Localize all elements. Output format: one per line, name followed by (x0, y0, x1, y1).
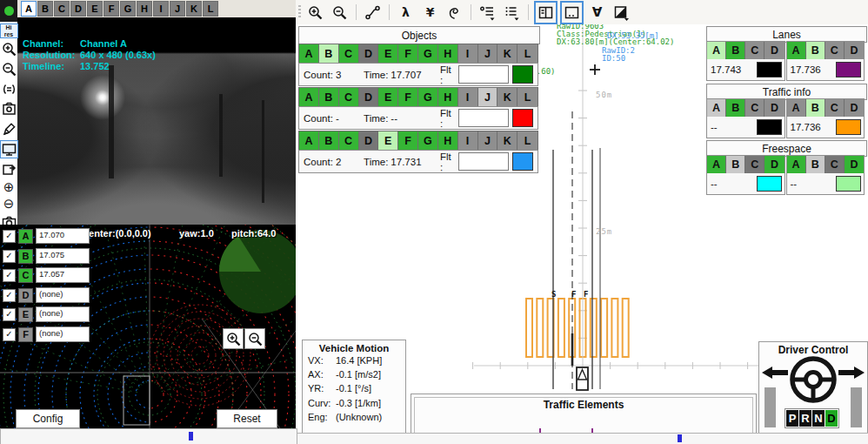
object-color-swatch[interactable] (512, 109, 533, 127)
display-panel-icon[interactable] (0, 140, 18, 158)
config-button[interactable]: Config (16, 409, 80, 428)
freespace-cell-D[interactable]: D (765, 156, 784, 173)
objects-channel-cell-G[interactable]: G (418, 44, 438, 63)
traffic-info-color-swatch[interactable] (836, 119, 861, 135)
lanes-color-swatch[interactable] (836, 62, 861, 77)
freespace-cell-C[interactable]: C (745, 156, 765, 173)
lanes-color-swatch[interactable] (757, 62, 782, 77)
lanes-cell-D[interactable]: D (845, 42, 864, 59)
lidar-timeline-scrollbar[interactable] (0, 428, 297, 444)
traffic-info-cell-C[interactable]: C (825, 99, 845, 117)
objects-channel-cell-C[interactable]: C (339, 88, 359, 106)
camera-tab-K[interactable]: K (186, 1, 202, 17)
freespace-cell-A[interactable]: A (787, 156, 806, 173)
traffic-info-cell-B[interactable]: B (806, 99, 825, 117)
freespace-cell-B[interactable]: B (726, 156, 745, 173)
objects-channel-cell-D[interactable]: D (359, 131, 379, 150)
objects-channel-cell-K[interactable]: K (497, 88, 517, 106)
lidar-channel-value-A[interactable]: 17.070 (36, 228, 90, 244)
freespace-cell-C[interactable]: C (825, 156, 845, 173)
objects-channel-cell-E[interactable]: E (378, 88, 398, 106)
objects-channel-cell-L[interactable]: L (517, 44, 537, 63)
vector-angle-icon[interactable]: ∀ (586, 2, 608, 24)
objects-channel-cell-H[interactable]: H (438, 131, 458, 150)
hi-res-button[interactable]: Hi res (0, 24, 18, 38)
reset-button[interactable]: Reset (217, 409, 277, 428)
objects-channel-cell-I[interactable]: I (458, 131, 478, 150)
lidar-channel-cell-D[interactable]: D (18, 288, 33, 303)
objects-channel-cell-D[interactable]: D (359, 44, 379, 63)
objects-channel-cell-G[interactable]: G (418, 88, 438, 106)
freespace-cell-D[interactable]: D (845, 156, 864, 173)
main-timeline-marker[interactable] (678, 434, 682, 442)
camera-tab-L[interactable]: L (203, 1, 218, 17)
lidar-timeline-marker[interactable] (189, 432, 193, 441)
object-color-swatch[interactable] (512, 152, 533, 171)
lanes-cell-B[interactable]: B (726, 42, 745, 59)
lidar-channel-cell-B[interactable]: B (18, 249, 33, 264)
lidar-channel-cell-E[interactable]: E (18, 307, 33, 322)
objects-channel-cell-A[interactable]: A (299, 44, 319, 63)
traffic-info-cell-B[interactable]: B (726, 99, 745, 117)
lidar-zoom-in-button[interactable] (223, 328, 244, 349)
camera-tab-A[interactable]: A (21, 1, 37, 17)
flt-input[interactable] (458, 152, 509, 171)
lidar-channel-checkbox-D[interactable]: ✓ (3, 289, 16, 302)
objects-channel-cell-L[interactable]: L (517, 88, 537, 106)
objects-channel-cell-D[interactable]: D (359, 88, 379, 106)
traffic-info-cell-A[interactable]: A (787, 99, 806, 117)
camera-tab-D[interactable]: D (70, 1, 86, 17)
yen-icon[interactable]: ¥ (419, 2, 441, 24)
panel-dock-toggle-icon[interactable] (560, 1, 584, 24)
zoom-out-icon[interactable] (329, 2, 351, 24)
objects-channel-cell-F[interactable]: F (398, 44, 418, 63)
objects-channel-cell-K[interactable]: K (497, 131, 517, 150)
objects-channel-cell-C[interactable]: C (339, 131, 359, 150)
zoom-in-icon[interactable] (304, 2, 326, 24)
camera-tab-G[interactable]: G (120, 1, 136, 17)
lidar-channel-checkbox-C[interactable]: ✓ (3, 269, 16, 282)
pen-icon[interactable] (0, 120, 18, 138)
camera-tab-F[interactable]: F (103, 1, 119, 17)
lasso-icon[interactable] (444, 2, 465, 24)
traffic-info-color-swatch[interactable] (757, 119, 782, 135)
camera-tab-H[interactable]: H (137, 1, 152, 17)
objects-channel-cell-B[interactable]: B (319, 44, 339, 63)
lidar-channel-cell-A[interactable]: A (18, 229, 33, 244)
objects-channel-cell-F[interactable]: F (398, 131, 418, 150)
objects-channel-cell-I[interactable]: I (458, 44, 478, 63)
objects-channel-cell-J[interactable]: J (478, 88, 498, 106)
freespace-color-swatch[interactable] (836, 176, 861, 192)
freespace-cell-A[interactable]: A (707, 156, 726, 173)
lidar-channel-cell-F[interactable]: F (18, 327, 33, 342)
flt-input[interactable] (458, 65, 509, 84)
main-timeline-scrollbar[interactable] (297, 433, 868, 444)
camera-tab-E[interactable]: E (87, 1, 103, 17)
lanes-cell-A[interactable]: A (787, 42, 806, 59)
lidar-channel-value-D[interactable]: (none) (36, 287, 90, 303)
traffic-info-cell-D[interactable]: D (845, 99, 864, 117)
lidar-channel-value-C[interactable]: 17.057 (36, 267, 90, 283)
object-list-dropdown-icon[interactable] (477, 2, 498, 24)
objects-channel-cell-G[interactable]: G (418, 131, 438, 150)
objects-channel-cell-K[interactable]: K (497, 44, 517, 63)
objects-channel-cell-J[interactable]: J (478, 131, 498, 150)
lanes-cell-D[interactable]: D (765, 42, 784, 59)
objects-channel-cell-E[interactable]: E (378, 131, 398, 150)
lanes-cell-C[interactable]: C (745, 42, 765, 59)
lidar-channel-cell-C[interactable]: C (18, 268, 33, 283)
objects-channel-cell-B[interactable]: B (319, 131, 339, 150)
camera-tab-C[interactable]: C (54, 1, 70, 17)
freespace-color-swatch[interactable] (757, 176, 782, 192)
camera-tab-J[interactable]: J (170, 1, 185, 17)
plus-circle-icon[interactable]: ⊕ (0, 180, 18, 195)
objects-channel-cell-E[interactable]: E (378, 44, 398, 63)
lambda-icon[interactable]: λ (395, 2, 417, 24)
zoom-out-icon[interactable] (0, 60, 18, 78)
zoom-in-icon[interactable] (0, 40, 18, 58)
minus-circle-icon[interactable]: ⊖ (0, 197, 18, 212)
objects-channel-cell-F[interactable]: F (398, 88, 418, 106)
objects-channel-cell-B[interactable]: B (319, 88, 339, 106)
capture-box-icon[interactable] (0, 100, 18, 118)
fit-width-icon[interactable] (0, 80, 18, 98)
